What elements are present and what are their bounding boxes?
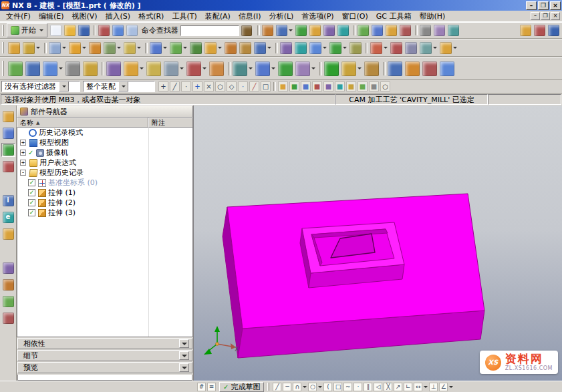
- arc-center-icon[interactable]: ○: [215, 81, 226, 92]
- collapse-chevron-icon[interactable]: [179, 363, 189, 372]
- collapse-chevron-icon[interactable]: [179, 339, 189, 348]
- tree-item-datum-csys[interactable]: ✓ 基准坐标系 (0): [17, 178, 192, 188]
- profile-icon[interactable]: ╱: [272, 382, 282, 392]
- delete-face-icon[interactable]: [389, 41, 404, 55]
- point-on-curve-icon[interactable]: ╱: [249, 81, 260, 92]
- assembly-constraints-icon[interactable]: [386, 60, 404, 77]
- collapse-chevron-icon[interactable]: [179, 351, 189, 360]
- menu-preferences[interactable]: 首选项(P): [297, 11, 337, 22]
- intersection-point-icon[interactable]: ×: [203, 81, 215, 92]
- column-header-note[interactable]: 附注: [148, 118, 193, 128]
- perspective-icon[interactable]: [105, 60, 122, 77]
- datum-plane-icon[interactable]: [47, 41, 67, 55]
- revolve-icon[interactable]: [88, 41, 102, 55]
- menu-view[interactable]: 视图(V): [67, 11, 101, 22]
- expander-icon[interactable]: +: [20, 140, 26, 146]
- swept-icon[interactable]: [328, 41, 348, 55]
- column-header-name[interactable]: 名称 ▲: [17, 118, 148, 128]
- tree-item-extrude-1[interactable]: ✓ 拉伸 (1): [17, 188, 192, 198]
- pattern-feature-icon[interactable]: [148, 41, 168, 55]
- body-rule-icon[interactable]: ■: [323, 81, 334, 92]
- quadrant-point-icon[interactable]: ◇: [226, 81, 237, 92]
- tree-item-history-mode[interactable]: 历史记录模式: [17, 128, 192, 138]
- window-cascade-icon[interactable]: [275, 23, 294, 37]
- sketch-icon[interactable]: [7, 41, 21, 55]
- shaded-with-edges-icon[interactable]: [122, 60, 145, 77]
- geometric-constraints-icon[interactable]: ⊥: [428, 382, 438, 392]
- panel-preview[interactable]: 预览: [17, 362, 192, 373]
- magnifier-icon[interactable]: ○: [380, 81, 391, 92]
- close-button[interactable]: ×: [550, 1, 561, 10]
- toolbar-handle[interactable]: [2, 25, 4, 35]
- circle-icon[interactable]: ○: [307, 382, 323, 392]
- chevron-down-icon[interactable]: [118, 81, 128, 91]
- highlight-hidden-icon[interactable]: ■: [289, 81, 300, 92]
- zoom-icon[interactable]: [41, 60, 64, 77]
- expander-icon[interactable]: -: [20, 170, 26, 176]
- hole-icon[interactable]: [102, 41, 122, 55]
- tree-item-model-views[interactable]: + 模型视图: [17, 138, 192, 148]
- change-window-icon[interactable]: [322, 23, 336, 37]
- toolbar-handle[interactable]: [267, 383, 269, 390]
- new-file-icon[interactable]: [49, 23, 63, 37]
- quick-extend-icon[interactable]: ↗: [393, 382, 403, 392]
- shaded-icon[interactable]: [145, 60, 162, 77]
- immediate-hide-icon[interactable]: [432, 23, 446, 37]
- work-part-icon[interactable]: [308, 23, 322, 37]
- show-constraints-icon[interactable]: ∠: [438, 382, 454, 392]
- tree-item-extrude-3[interactable]: ✓ 拉伸 (3): [17, 208, 192, 218]
- edge-blend-icon[interactable]: [203, 41, 223, 55]
- roles-icon[interactable]: [1, 295, 15, 309]
- constraint-navigator-icon[interactable]: [1, 126, 15, 140]
- expander-icon[interactable]: +: [20, 150, 26, 156]
- orient-sketch-icon[interactable]: ≡: [206, 382, 217, 392]
- tree-item-cameras[interactable]: + ✓ 摄像机: [17, 148, 192, 158]
- help-icon[interactable]: [547, 23, 561, 37]
- toolbar-handle[interactable]: [2, 42, 4, 54]
- move-component-icon[interactable]: [404, 60, 421, 77]
- existing-point-icon[interactable]: ·: [237, 81, 249, 92]
- section-view-icon[interactable]: [231, 60, 254, 77]
- arc-icon[interactable]: ∩: [292, 382, 307, 392]
- trim-body-icon[interactable]: [253, 41, 273, 55]
- draft-icon[interactable]: [279, 41, 293, 55]
- stop-at-intersection-icon[interactable]: ■: [368, 81, 380, 92]
- replace-face-icon[interactable]: [404, 41, 418, 55]
- line-icon[interactable]: ─: [282, 382, 292, 392]
- quick-trim-icon[interactable]: ╳: [383, 382, 393, 392]
- show-hide-icon[interactable]: [418, 23, 432, 37]
- rapid-dimension-icon[interactable]: ↔: [413, 382, 428, 392]
- minimize-button[interactable]: –: [526, 1, 537, 10]
- end-point-icon[interactable]: ╱: [169, 81, 180, 92]
- menu-tools[interactable]: 工具(T): [168, 11, 200, 22]
- rectangle-icon[interactable]: □: [333, 382, 343, 392]
- make-corner-icon[interactable]: ∟: [403, 382, 413, 392]
- reuse-library-icon[interactable]: [1, 160, 15, 174]
- rotate-view-icon[interactable]: [82, 60, 99, 77]
- control-point-icon[interactable]: +: [192, 81, 203, 92]
- wireframe-icon[interactable]: [162, 60, 185, 77]
- general-selection-icon[interactable]: ■: [277, 81, 289, 92]
- snap-point-icon[interactable]: +: [158, 81, 169, 92]
- internet-explorer-icon[interactable]: e: [1, 210, 15, 224]
- process-studio-icon[interactable]: [1, 261, 15, 275]
- sketch-grid-icon[interactable]: #: [196, 382, 206, 392]
- suppress-checkbox[interactable]: ✓: [28, 199, 35, 206]
- expander-icon[interactable]: +: [20, 160, 26, 166]
- suppress-checkbox[interactable]: ✓: [28, 189, 35, 196]
- extrude-icon[interactable]: [67, 41, 88, 55]
- finish-sketch-button[interactable]: ✓ 完成草图: [219, 382, 264, 392]
- open-icon[interactable]: [63, 23, 77, 37]
- layer-settings-icon[interactable]: [356, 23, 370, 37]
- tree-item-model-history[interactable]: - 模型历史记录: [17, 168, 192, 178]
- sketch-in-task-icon[interactable]: [21, 41, 41, 55]
- measure-angle-icon[interactable]: [363, 60, 380, 77]
- selection-scope-dropdown[interactable]: 整个装配: [83, 81, 155, 92]
- part-navigator-icon[interactable]: [1, 143, 15, 157]
- tree-item-user-expressions[interactable]: + 用户表达式: [17, 158, 192, 168]
- menu-insert[interactable]: 插入(S): [102, 11, 135, 22]
- menu-format[interactable]: 格式(R): [134, 11, 168, 22]
- binoculars-icon[interactable]: [241, 25, 252, 36]
- assembly-navigator-icon[interactable]: [1, 110, 15, 124]
- selection-filter-dropdown[interactable]: 没有选择过滤器: [1, 81, 80, 92]
